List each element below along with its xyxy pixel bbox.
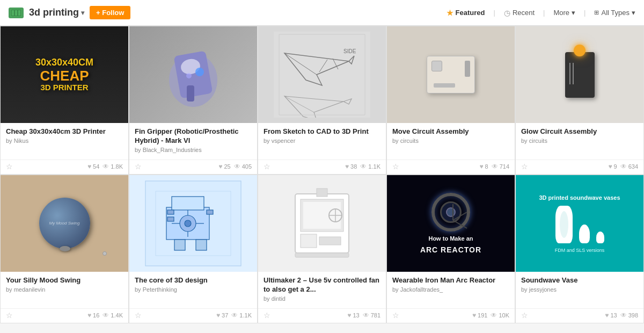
card-item[interactable]: Fin Gripper (Robotic/Prosthetic Hybrid) …: [129, 26, 258, 175]
heart-icon-10: ♥: [605, 312, 609, 319]
likes-stat-6: ♥ 16: [87, 312, 99, 319]
card-item[interactable]: How to Make an ARC REACTOR Wearable Iron…: [386, 175, 515, 323]
nav-recent[interactable]: ◷ Recent: [504, 9, 535, 17]
card-title-7[interactable]: The core of 3D design: [135, 276, 252, 285]
likes-stat-4: ♥ 8: [479, 163, 488, 170]
likes-stat-1: ♥ 54: [87, 163, 99, 170]
card-item[interactable]: 3D printed soundwave vases FDM and SLS v…: [515, 175, 644, 323]
types-chevron-icon: ▾: [632, 9, 635, 17]
card-item[interactable]: Move Circuit Assembly by circuits ☆ ♥ 8 …: [386, 26, 515, 175]
card-title-1[interactable]: Cheap 30x30x40cm 3D Printer: [6, 127, 123, 136]
card-item[interactable]: The core of 3D design by Peterthinking ☆…: [129, 175, 258, 323]
likes-stat-7: ♥ 37: [216, 312, 228, 319]
card-title-6[interactable]: Your Silly Mood Swing: [6, 276, 123, 285]
card-title-3[interactable]: From Sketch to CAD to 3D Print: [264, 127, 380, 136]
favorite-icon-9[interactable]: ☆: [392, 311, 399, 320]
heart-icon-4: ♥: [479, 163, 483, 170]
favorite-icon-10[interactable]: ☆: [521, 311, 528, 320]
eye-icon-9: 👁: [491, 312, 497, 319]
card-author-5: by circuits: [521, 137, 638, 144]
favorite-icon-8[interactable]: ☆: [264, 311, 270, 320]
svg-rect-26: [167, 217, 174, 221]
favorite-icon-2[interactable]: ☆: [135, 162, 142, 171]
nav-separator-3: |: [584, 9, 586, 17]
nav-all-types[interactable]: ⊞ All Types ▾: [594, 9, 635, 17]
favorite-icon-3[interactable]: ☆: [264, 162, 270, 171]
nav-featured[interactable]: ★ Featured: [447, 9, 485, 17]
card-item[interactable]: Ultimaker 2 – Use 5v controlled fan to a…: [258, 175, 386, 323]
favorite-icon-6[interactable]: ☆: [6, 311, 13, 320]
views-stat-10: 👁 398: [620, 312, 638, 319]
card-author-4: by circuits: [392, 137, 509, 144]
card-image-5: [516, 26, 643, 123]
card-title-8[interactable]: Ultimaker 2 – Use 5v controlled fan to a…: [264, 276, 380, 294]
favorite-icon-5[interactable]: ☆: [521, 162, 528, 171]
channel-title[interactable]: 3d printing ▾: [29, 7, 84, 18]
eye-icon-1: 👁: [103, 163, 109, 170]
card-image-1: 30x30x40CM CHEAP 3D PRINTER: [1, 26, 128, 123]
svg-rect-34: [319, 237, 341, 245]
card-item[interactable]: SIDE From Sketch to CAD to 3D Print by v…: [258, 26, 386, 175]
card-body-10: Soundwave Vase by jessyjones: [516, 272, 643, 308]
card-item[interactable]: Glow Circuit Assembly by circuits ☆ ♥ 9 …: [515, 26, 644, 175]
views-stat-8: 👁 781: [363, 312, 380, 319]
card-author-6: by medanilevin: [6, 286, 123, 293]
card-footer-7: ☆ ♥ 37 👁 1.1K: [129, 308, 257, 323]
card-footer-2: ☆ ♥ 25 👁 405: [129, 160, 257, 174]
card-footer-10: ☆ ♥ 13 👁 398: [516, 308, 643, 323]
eye-icon-4: 👁: [492, 163, 498, 170]
card-footer-4: ☆ ♥ 8 👁 714: [387, 160, 515, 174]
card-body-7: The core of 3D design by Peterthinking: [129, 272, 257, 308]
card-author-8: by dintid: [264, 295, 380, 302]
content-area: 30x30x40CM CHEAP 3D PRINTER Cheap 30x30x…: [0, 26, 644, 333]
views-stat-6: 👁 1.4K: [103, 312, 123, 319]
card-body-4: Move Circuit Assembly by circuits: [387, 123, 515, 160]
card-title-5[interactable]: Glow Circuit Assembly: [521, 127, 638, 136]
clock-icon: ◷: [504, 9, 510, 17]
card-body-3: From Sketch to CAD to 3D Print by vspenc…: [258, 123, 386, 160]
views-stat-7: 👁 1.1K: [231, 312, 252, 319]
card-footer-8: ☆ ♥ 13 👁 781: [258, 308, 386, 323]
card-image-10: 3D printed soundwave vases FDM and SLS v…: [516, 175, 643, 272]
card-title-10[interactable]: Soundwave Vase: [521, 276, 638, 285]
svg-point-20: [185, 220, 191, 227]
card-body-9: Wearable Iron Man Arc Reactor by Jackofa…: [387, 272, 515, 308]
card-image-6: My Mood Swing: [1, 175, 128, 272]
favorite-icon-1[interactable]: ☆: [6, 162, 13, 171]
heart-icon-7: ♥: [216, 312, 220, 319]
card-author-10: by jessyjones: [521, 286, 638, 293]
nav-more[interactable]: More ▾: [553, 9, 575, 17]
views-stat-5: 👁 634: [620, 163, 638, 170]
card-grid: 30x30x40CM CHEAP 3D PRINTER Cheap 30x30x…: [0, 26, 644, 323]
svg-rect-32: [317, 189, 327, 197]
card-title-9[interactable]: Wearable Iron Man Arc Reactor: [392, 276, 509, 285]
types-grid-icon: ⊞: [594, 9, 599, 16]
card-author-2: by Black_Ram_Industries: [135, 147, 252, 153]
recent-label: Recent: [513, 9, 535, 17]
card-body-5: Glow Circuit Assembly by circuits: [516, 123, 643, 160]
heart-icon-9: ♥: [472, 312, 476, 319]
follow-button[interactable]: + Follow: [90, 6, 130, 19]
svg-point-10: [186, 73, 192, 78]
card-title-4[interactable]: Move Circuit Assembly: [392, 127, 509, 136]
svg-point-9: [195, 68, 204, 76]
views-stat-2: 👁 405: [234, 163, 252, 170]
heart-icon-2: ♥: [218, 163, 222, 170]
nav-separator-1: |: [493, 9, 495, 17]
likes-stat-3: ♥ 38: [345, 163, 357, 170]
card-author-9: by Jackofalltrades_: [392, 286, 509, 293]
heart-icon-6: ♥: [87, 312, 91, 319]
card-item[interactable]: My Mood Swing Your Silly Mood Swing by m…: [0, 175, 129, 323]
likes-stat-2: ♥ 25: [218, 163, 230, 170]
card-body-8: Ultimaker 2 – Use 5v controlled fan to a…: [258, 272, 386, 308]
card-item[interactable]: 30x30x40CM CHEAP 3D PRINTER Cheap 30x30x…: [0, 26, 129, 175]
channel-dropdown-icon[interactable]: ▾: [81, 9, 84, 17]
eye-icon-8: 👁: [363, 312, 369, 319]
likes-stat-9: ♥ 191: [472, 312, 487, 319]
heart-icon-8: ♥: [347, 312, 351, 319]
card-title-2[interactable]: Fin Gripper (Robotic/Prosthetic Hybrid) …: [135, 127, 252, 146]
favorite-icon-7[interactable]: ☆: [135, 311, 142, 320]
favorite-icon-4[interactable]: ☆: [392, 162, 399, 171]
featured-label: Featured: [456, 9, 485, 17]
channel-name-text: 3d printing: [29, 7, 79, 18]
